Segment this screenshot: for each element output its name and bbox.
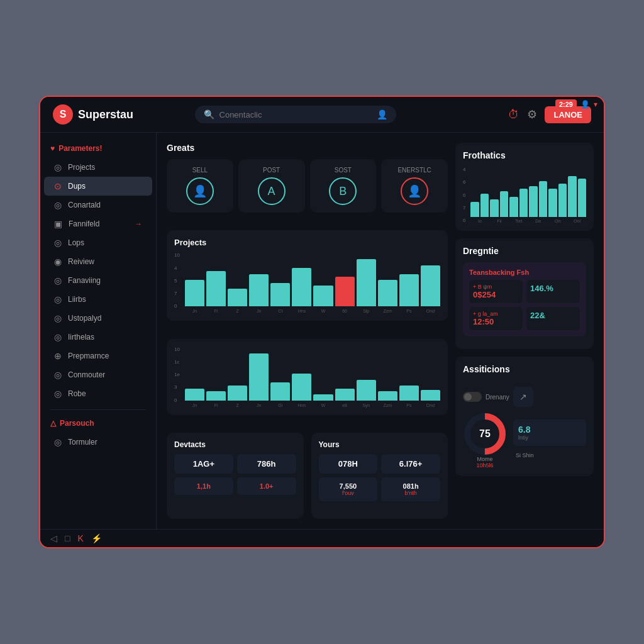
sidebar-item-label: Prepmarnce bbox=[68, 352, 109, 360]
projects-y-axis: 10 4 5 7 0 bbox=[174, 252, 180, 309]
sidebar-item-fanaviing[interactable]: ◎ Fanaviing bbox=[44, 271, 152, 290]
frothatics-x-labels: IoFiiTietDeOhOnl bbox=[470, 219, 586, 223]
sidebar-item-ustopalyd[interactable]: ◎ Ustopalyd bbox=[44, 309, 152, 328]
yours-title: Yours bbox=[319, 440, 441, 449]
greats-section: Greats SELL 👤 POST A SOST B E bbox=[167, 143, 448, 223]
sidebar-divider bbox=[50, 409, 146, 410]
ustopalyd-icon: ◎ bbox=[54, 313, 62, 323]
main-layout: ♥ Parameters! ◎ Projects ⊙ Dups ◎ Conart… bbox=[40, 133, 604, 529]
stat-value: 7,550 bbox=[324, 482, 373, 490]
dups-icon: ⊙ bbox=[54, 181, 62, 191]
stat-value: 081h bbox=[386, 482, 435, 490]
robe-icon: ◎ bbox=[54, 389, 62, 399]
search-input[interactable] bbox=[219, 110, 372, 119]
toggle-knob bbox=[464, 393, 472, 401]
fannifeld-icon: ▣ bbox=[54, 219, 62, 229]
second-bar-chart bbox=[185, 347, 440, 403]
sidebar-item-label: Liirbs bbox=[68, 295, 86, 304]
sidebar-item-conmouter[interactable]: ◎ Conmouter bbox=[44, 365, 152, 384]
footer-home-icon[interactable]: □ bbox=[65, 533, 70, 543]
sidebar-item-tormuler[interactable]: ◎ Tormuler bbox=[44, 433, 152, 452]
great-card-post: POST A bbox=[238, 159, 305, 213]
great-card-sost: SOST B bbox=[310, 159, 377, 213]
toggle-label: Drenany bbox=[486, 394, 509, 401]
sidebar-item-reiview[interactable]: ◉ Reiview bbox=[44, 252, 152, 271]
sidebar-item-label: Projects bbox=[68, 163, 95, 172]
sidebar-item-conartald[interactable]: ◎ Conartald bbox=[44, 196, 152, 214]
sidebar-item-dups[interactable]: ⊙ Dups bbox=[44, 177, 152, 196]
donut-row: 75 Mome 10h5l6 6.8 lntiy Si Shin bbox=[463, 412, 586, 469]
footer-back-icon[interactable]: ◁ bbox=[50, 533, 57, 543]
triangle-icon: △ bbox=[50, 419, 56, 428]
sidebar-item-liirbs[interactable]: ◎ Liirbs bbox=[44, 290, 152, 309]
tracking-stat-3: 22& bbox=[526, 307, 580, 330]
great-card-icon-sell: 👤 bbox=[186, 177, 214, 205]
content-area: Greats SELL 👤 POST A SOST B E bbox=[157, 133, 604, 529]
projects-icon: ◎ bbox=[54, 162, 62, 172]
devtact-stat-3: 1.0+ bbox=[237, 477, 296, 495]
sidebar-section1-label: ♥ Parameters! bbox=[40, 142, 156, 158]
sidebar-item-robe[interactable]: ◎ Robe bbox=[44, 384, 152, 403]
assiticions-title: Assiticions bbox=[463, 364, 510, 374]
greats-grid: SELL 👤 POST A SOST B ENERSTLC 👤 bbox=[167, 159, 448, 213]
sidebar-item-label: Tormuler bbox=[68, 438, 97, 447]
frothatics-title: Frothatics bbox=[463, 150, 586, 160]
sidebar-item-lops[interactable]: ◎ Lops bbox=[44, 233, 152, 252]
conmouter-icon: ◎ bbox=[54, 370, 62, 380]
devtact-stat-1: 786h bbox=[237, 454, 296, 474]
sidebar-item-projects[interactable]: ◎ Projects bbox=[44, 158, 152, 177]
lops-icon: ◎ bbox=[54, 238, 62, 248]
stat-label: b'nth bbox=[386, 490, 435, 496]
logo: S Superstau bbox=[53, 104, 133, 125]
stat-value: 786h bbox=[242, 459, 291, 469]
sidebar-item-prepmarnce[interactable]: ⊕ Prepmarnce bbox=[44, 347, 152, 365]
reiview-icon: ◉ bbox=[54, 257, 62, 267]
projects-chart-container: Projects 10 4 5 7 0 JnFiZJnCtHnsW60SlpZz… bbox=[167, 230, 448, 321]
stat-value: 1AG+ bbox=[179, 459, 228, 469]
devtacts-title: Devtacts bbox=[174, 440, 296, 449]
yours-box: Yours 078H 6.l76+ 7,550 f'ouv bbox=[311, 433, 448, 519]
user-status-icon: 👤 bbox=[580, 100, 590, 109]
search-icon: 🔍 bbox=[204, 109, 214, 119]
side-stat-value: 6.8 bbox=[518, 425, 581, 435]
tormuler-icon: ◎ bbox=[54, 437, 62, 447]
sidebar-item-fannifeld[interactable]: ▣ Fannifeld → bbox=[44, 214, 152, 233]
sidebar-item-iirthelas[interactable]: ◎ Iirthelas bbox=[44, 328, 152, 347]
app-name: Superstau bbox=[78, 108, 133, 121]
yours-stat-3: 081h b'nth bbox=[381, 477, 440, 501]
devcontacts-section: Devtacts 1AG+ 786h 1,1h 1.0+ bbox=[167, 433, 448, 519]
tracking-stat-2: + g la_am 12:50 bbox=[469, 307, 523, 330]
projects-section: Projects 10 4 5 7 0 JnFiZJnCtHnsW60SlpZz… bbox=[167, 230, 448, 331]
toggle[interactable] bbox=[463, 392, 482, 402]
frothatics-section: Frothatics 4 6 0 7 0 IoFiiTietDeOhOnl bbox=[455, 143, 594, 231]
right-panel: Frothatics 4 6 0 7 0 IoFiiTietDeOhOnl bbox=[455, 143, 594, 519]
footer-bolt-icon[interactable]: ⚡ bbox=[91, 533, 102, 543]
yours-stat-0: 078H bbox=[319, 454, 378, 474]
side-stat-0: 6.8 lntiy bbox=[513, 419, 586, 446]
assist-arrow-button[interactable]: ↗ bbox=[513, 387, 533, 407]
second-chart-container: 10 1c 1e 3 0 JnFiZJnGiHrmWe8SynZzmPsOnd bbox=[167, 339, 448, 415]
devtact-stat-2: 1,1h bbox=[174, 477, 233, 495]
great-card-label: SOST bbox=[335, 167, 352, 174]
assist-header: Assiticions bbox=[463, 364, 586, 380]
devtact-stat-0: 1AG+ bbox=[174, 454, 233, 474]
search-user-icon: 👤 bbox=[377, 109, 387, 119]
projects-bar-chart bbox=[185, 252, 440, 309]
great-card-icon-enerstlc: 👤 bbox=[401, 177, 428, 205]
dropdown-status-icon: ▾ bbox=[594, 100, 597, 109]
gear-icon[interactable]: ⚙ bbox=[527, 108, 537, 121]
timer-icon[interactable]: ⏱ bbox=[508, 108, 519, 121]
great-card-enerstlc: ENERSTLC 👤 bbox=[381, 159, 448, 213]
arrow-icon: → bbox=[135, 219, 142, 228]
projects-chart-title: Projects bbox=[174, 238, 440, 247]
side-stat-label: lntiy bbox=[518, 435, 581, 441]
conartald-icon: ◎ bbox=[54, 200, 62, 210]
tracking-stats: + B ψm 0$254 146.% + g la_am 12:50 bbox=[469, 280, 580, 330]
search-bar[interactable]: 🔍 👤 bbox=[195, 106, 396, 123]
logo-icon: S bbox=[53, 104, 73, 125]
sidebar-item-label: Conmouter bbox=[68, 370, 105, 379]
footer-k-icon[interactable]: K bbox=[77, 533, 83, 543]
great-card-icon-post: A bbox=[258, 177, 286, 205]
great-card-sell: SELL 👤 bbox=[167, 159, 233, 213]
sidebar-item-label: Ustopalyd bbox=[68, 314, 101, 323]
